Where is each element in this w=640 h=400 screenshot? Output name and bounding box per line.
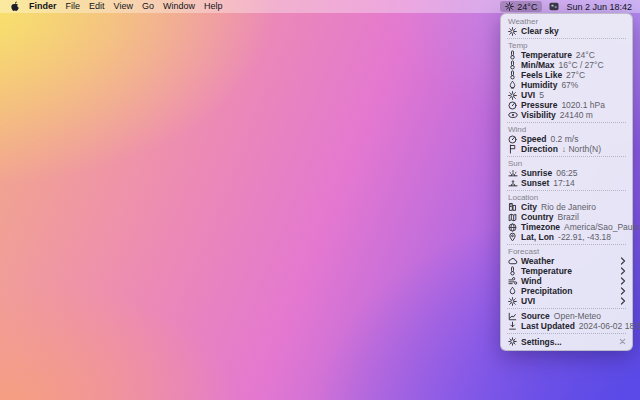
menubar-item-window[interactable]: Window (163, 0, 195, 13)
download-icon (507, 321, 518, 331)
weather-statusbar-temp: 24°C (517, 2, 537, 12)
globe-icon (507, 222, 518, 232)
menubar-item-finder[interactable]: Finder (29, 0, 57, 13)
row-label: Lat, Lon (521, 232, 554, 242)
sunset-icon (507, 178, 518, 188)
minmax-row: Min/Max 16°C / 27°C (507, 60, 626, 70)
row-label: Feels Like (521, 70, 562, 80)
row-label: UVI (521, 296, 535, 306)
map-pin-icon (507, 232, 518, 242)
row-label: Source (521, 311, 550, 321)
row-value: 5 (539, 90, 544, 100)
row-value: Brazil (558, 212, 579, 222)
row-value: 1020.1 hPa (561, 100, 604, 110)
sunrise-row: Sunrise 06:25 (507, 168, 626, 178)
section-header-sun: Sun (507, 159, 626, 168)
row-value: 17:14 (553, 178, 574, 188)
eye-icon (507, 110, 518, 120)
uvi-row: UVI 5 (507, 90, 626, 100)
humidity-icon (507, 80, 518, 90)
row-value: 24140 m (560, 110, 593, 120)
map-icon (507, 212, 518, 222)
row-value: 67% (561, 80, 578, 90)
cloud-icon (507, 256, 518, 266)
row-value: America/Sao_Paulo (564, 222, 639, 232)
gauge-icon (507, 100, 518, 110)
row-label: Sunset (521, 178, 549, 188)
menubar-item-edit[interactable]: Edit (89, 0, 105, 13)
divider (507, 308, 626, 309)
chevron-right-icon (618, 267, 626, 275)
humidity-row: Humidity 67% (507, 80, 626, 90)
close-icon[interactable] (618, 337, 626, 347)
divider (507, 122, 626, 123)
row-value: ↓ North(N) (562, 144, 601, 154)
menubar-clock[interactable]: Sun 2 Jun 18:42 (566, 2, 632, 12)
menubar-item-file[interactable]: File (66, 0, 81, 13)
menu-bar: Finder File Edit View Go Window Help 24°… (0, 0, 640, 13)
flag-icon (507, 144, 518, 154)
row-value: 16°C / 27°C (559, 60, 604, 70)
divider (507, 190, 626, 191)
row-label: Visibility (521, 110, 556, 120)
row-label: Last Updated (521, 321, 575, 331)
feels-like-row: Feels Like 27°C (507, 70, 626, 80)
row-label: Precipitation (521, 286, 572, 296)
section-header-temp: Temp (507, 41, 626, 50)
row-value: -22.91, -43.18 (558, 232, 611, 242)
divider (507, 38, 626, 39)
city-row: City Rio de Janeiro (507, 202, 626, 212)
menubar-item-go[interactable]: Go (142, 0, 154, 13)
apple-menu-icon[interactable] (10, 2, 20, 12)
uvi-icon (507, 296, 518, 306)
row-value: 27°C (566, 70, 585, 80)
settings-item[interactable]: Settings... (507, 336, 626, 347)
chevron-right-icon (618, 277, 626, 285)
pressure-row: Pressure 1020.1 hPa (507, 100, 626, 110)
row-label: Timezone (521, 222, 560, 232)
country-row: Country Brazil (507, 212, 626, 222)
weather-menu-panel: Weather Clear sky Temp Temperature 24°C … (500, 13, 633, 351)
sun-icon (505, 2, 514, 12)
section-header-forecast: Forecast (507, 247, 626, 256)
forecast-temperature-item[interactable]: Temperature (507, 266, 626, 276)
chart-line-icon (507, 311, 518, 321)
thermometer-icon (507, 60, 518, 70)
temperature-row: Temperature 24°C (507, 50, 626, 60)
row-label: Temperature (521, 50, 572, 60)
latlon-row: Lat, Lon -22.91, -43.18 (507, 232, 626, 242)
wind-speed-row: Speed 0.2 m/s (507, 134, 626, 144)
gear-icon (507, 337, 518, 347)
forecast-wind-item[interactable]: Wind (507, 276, 626, 286)
settings-label: Settings... (521, 337, 562, 347)
forecast-uvi-item[interactable]: UVI (507, 296, 626, 306)
droplet-icon (507, 286, 518, 296)
row-value: 2024-06-02 18:30 (579, 321, 640, 331)
row-label: Speed (521, 134, 547, 144)
chevron-right-icon (618, 287, 626, 295)
menu-extra-icon[interactable] (549, 2, 559, 12)
chevron-right-icon (618, 297, 626, 305)
row-value: 06:25 (556, 168, 577, 178)
row-value: 0.2 m/s (551, 134, 579, 144)
forecast-precipitation-item[interactable]: Precipitation (507, 286, 626, 296)
menubar-item-view[interactable]: View (114, 0, 133, 13)
row-label: Min/Max (521, 60, 555, 70)
row-value: 24°C (576, 50, 595, 60)
divider (507, 156, 626, 157)
menubar-item-help[interactable]: Help (204, 0, 223, 13)
weather-statusbar-item[interactable]: 24°C (500, 1, 542, 12)
row-label: Sunrise (521, 168, 552, 178)
sunrise-icon (507, 168, 518, 178)
chevron-right-icon (618, 257, 626, 265)
row-label: Wind (521, 276, 542, 286)
sun-icon (507, 26, 518, 36)
row-label: UVI (521, 90, 535, 100)
gauge-icon (507, 134, 518, 144)
forecast-weather-item[interactable]: Weather (507, 256, 626, 266)
row-label: Weather (521, 256, 554, 266)
wind-icon (507, 276, 518, 286)
thermometer-icon (507, 50, 518, 60)
timezone-row: Timezone America/Sao_Paulo (507, 222, 626, 232)
section-header-location: Location (507, 193, 626, 202)
